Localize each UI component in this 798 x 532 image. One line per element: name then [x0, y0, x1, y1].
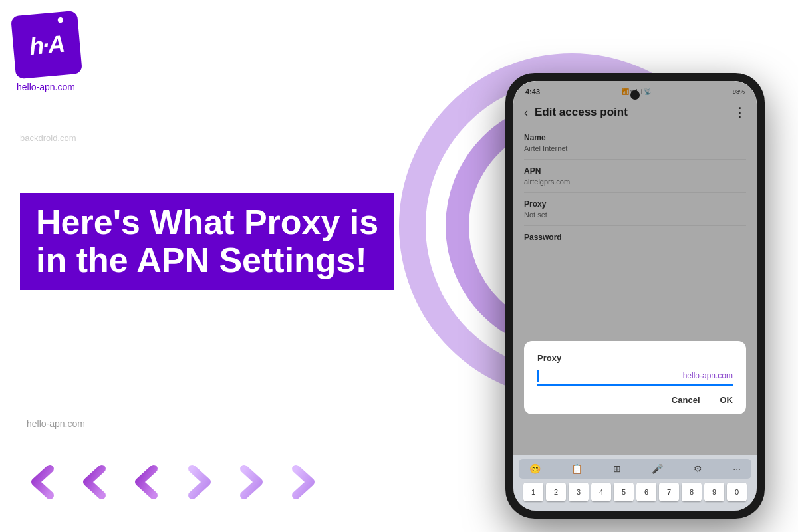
dialog-overlay: Proxy hello-apn.com Cancel OK 😊 📋: [513, 81, 757, 511]
emoji-icon[interactable]: 😊: [525, 462, 545, 475]
dialog-watermark: hello-apn.com: [683, 371, 733, 380]
chevron-right-3: [279, 459, 326, 505]
proxy-dialog: Proxy hello-apn.com Cancel OK: [524, 341, 746, 414]
headline-text: Here's What Proxy is in the APN Settings…: [36, 203, 378, 279]
dialog-title: Proxy: [537, 353, 733, 363]
chevron-left-3: [124, 459, 170, 505]
settings-icon[interactable]: ⚙: [690, 462, 706, 475]
headline-banner: Here's What Proxy is in the APN Settings…: [20, 193, 394, 290]
cancel-button[interactable]: Cancel: [672, 395, 700, 405]
chevron-left-2: [72, 459, 118, 505]
dialog-input-row[interactable]: hello-apn.com: [537, 370, 733, 386]
phone-outer: 4:43 📶 WiFi 📡 98% ‹ Edit access point ⋮ …: [505, 73, 765, 519]
text-cursor: [537, 370, 539, 382]
key-2[interactable]: 2: [546, 483, 566, 501]
key-6[interactable]: 6: [636, 483, 656, 501]
logo-domain: hello-apn.com: [17, 82, 75, 92]
number-row: 1 2 3 4 5 6 7 8 9 0: [519, 483, 751, 501]
key-3[interactable]: 3: [569, 483, 589, 501]
dialog-buttons: Cancel OK: [537, 395, 733, 405]
chevron-left-1: [20, 459, 66, 505]
phone-screen: 4:43 📶 WiFi 📡 98% ‹ Edit access point ⋮ …: [513, 81, 757, 511]
logo-box: h·A: [11, 11, 82, 79]
key-9[interactable]: 9: [704, 483, 724, 501]
more-icon[interactable]: ···: [729, 462, 745, 475]
phone-notch: [630, 90, 640, 100]
mic-icon[interactable]: 🎤: [648, 462, 667, 475]
chevron-right-2: [227, 459, 274, 505]
watermark: backdroid.com: [20, 133, 76, 143]
key-4[interactable]: 4: [591, 483, 611, 501]
clipboard-icon[interactable]: 📋: [567, 462, 587, 475]
chevrons-area: [20, 459, 326, 505]
chevron-right-1: [176, 459, 222, 505]
logo-dot: [57, 17, 63, 23]
headline-line2: in the APN Settings!: [36, 241, 367, 279]
logo-area: h·A hello-apn.com: [13, 13, 80, 92]
headline-line1: Here's What Proxy is: [36, 203, 378, 241]
key-5[interactable]: 5: [614, 483, 634, 501]
ok-button[interactable]: OK: [720, 395, 733, 405]
phone-container: 4:43 📶 WiFi 📡 98% ‹ Edit access point ⋮ …: [505, 73, 765, 519]
bottom-domain: hello-apn.com: [27, 418, 85, 429]
grid-icon[interactable]: ⊞: [609, 462, 625, 475]
logo-text: h·A: [28, 29, 65, 60]
key-7[interactable]: 7: [659, 483, 679, 501]
keyboard: 😊 📋 ⊞ 🎤 ⚙ ··· 1 2 3 4 5 6 7: [513, 455, 757, 511]
key-0[interactable]: 0: [727, 483, 747, 501]
keyboard-toolbar: 😊 📋 ⊞ 🎤 ⚙ ···: [519, 459, 751, 479]
key-8[interactable]: 8: [682, 483, 702, 501]
key-1[interactable]: 1: [523, 483, 543, 501]
